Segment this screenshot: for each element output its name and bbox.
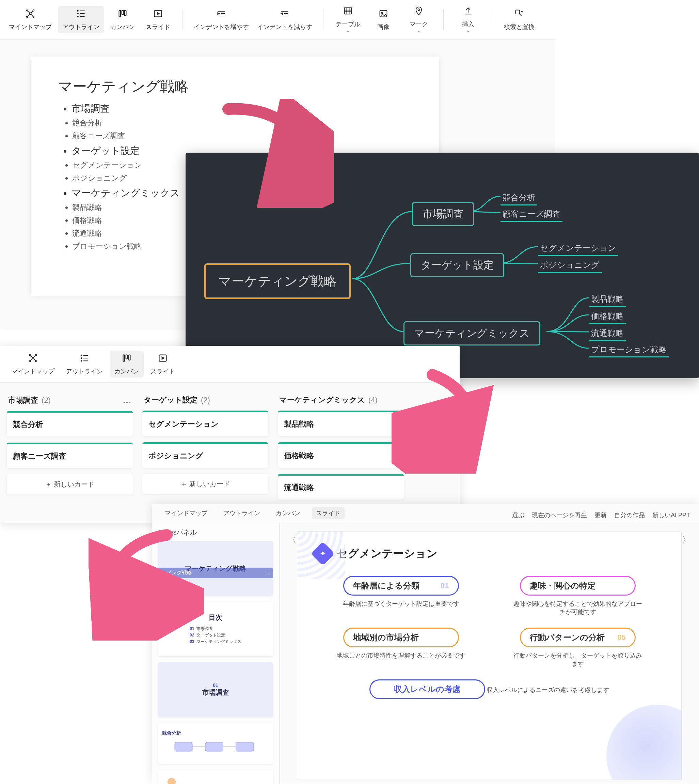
- mindmap-leaf-node[interactable]: セグメンテーション: [538, 241, 618, 256]
- kanban-column-header[interactable]: ターゲット設定 (2): [142, 393, 268, 410]
- kanban-column-header[interactable]: マーケティングミックス (4): [278, 393, 404, 410]
- button-label: インデントを減らす: [257, 23, 312, 31]
- image-button[interactable]: 画像: [366, 6, 401, 33]
- slide-thumbnail[interactable]: [158, 770, 273, 784]
- kanban-column: 市場調査 (2) … 競合分析 顧客ニーズ調査 ＋ 新しいカード: [7, 393, 133, 506]
- mindmap-leaf-node[interactable]: プロモーション戦略: [589, 343, 669, 357]
- topbar-action-play[interactable]: 現在のページを再生: [532, 511, 587, 519]
- mindmap-branch-node[interactable]: ターゲット設定: [410, 253, 504, 277]
- view-tab-outline[interactable]: アウトライン: [58, 6, 104, 33]
- mark-button[interactable]: マーク ▾: [402, 3, 436, 36]
- segment-pill[interactable]: 収入レベルの考慮: [369, 679, 485, 699]
- svg-point-15: [418, 9, 419, 10]
- topbar-action-aippt[interactable]: 新しいAI PPT: [653, 511, 690, 519]
- segment-pill[interactable]: 行動パターンの分析 05: [520, 628, 636, 647]
- kanban-card[interactable]: 価格戦略: [278, 442, 404, 468]
- mindmap-branch-node[interactable]: 市場調査: [412, 202, 474, 226]
- slide-thumbnail[interactable]: マーケティング戦略 ティング戦略 …: [158, 541, 273, 596]
- mindmap-leaf-node[interactable]: 競合分析: [500, 191, 537, 206]
- kanban-card[interactable]: 競合分析: [7, 411, 133, 437]
- insert-icon: [464, 6, 473, 18]
- indent-increase-button[interactable]: インデントを増やす: [190, 6, 252, 33]
- view-tab-kanban[interactable]: カンバン: [272, 507, 305, 519]
- segment-desc: 年齢層に基づくターゲット設定は重要です: [343, 600, 459, 608]
- mindmap-leaf-node[interactable]: ポジショニング: [538, 258, 601, 273]
- segment-desc: 行動パターンを分析し、ターゲットを絞り込みます: [513, 651, 643, 668]
- slides-panel-title: Slidesパネル: [158, 528, 273, 537]
- topbar-action-refresh[interactable]: 更新: [595, 511, 607, 519]
- find-replace-button[interactable]: 検索と置換: [500, 6, 538, 33]
- view-tab-outline[interactable]: アウトライン: [219, 507, 264, 519]
- outline-subitem[interactable]: 競合分析: [72, 118, 412, 128]
- outline-subitem[interactable]: 顧客ニーズ調査: [72, 131, 412, 141]
- kanban-card[interactable]: セグメンテーション: [142, 410, 268, 436]
- slide-thumbnail[interactable]: 目次 01市場調査 02ターゲット設定 03マーケティングミックス: [158, 602, 273, 656]
- svg-point-7: [78, 16, 78, 17]
- segment-item: 趣味・関心の特定 趣味や関心を特定することで効果的なアプローチが可能です: [501, 576, 654, 616]
- button-label: テーブル: [336, 20, 360, 28]
- button-label: インデントを増やす: [194, 23, 249, 31]
- view-tab-slides[interactable]: スライド: [312, 507, 345, 519]
- more-icon[interactable]: …: [123, 395, 131, 405]
- mindmap-root-node[interactable]: マーケティング戦略: [204, 263, 351, 299]
- toolbar-separator: [493, 10, 493, 30]
- slide-canvas[interactable]: ✦ セグメンテーション 年齢層による分類 01 年齢層に基づくターゲット設定は重…: [297, 531, 682, 780]
- mindmap-panel[interactable]: マーケティング戦略 市場調査 ターゲット設定 マーケティングミックス 競合分析 …: [186, 153, 699, 378]
- mindmap-leaf-node[interactable]: 価格戦略: [589, 309, 626, 324]
- outline-item: 市場調査 競合分析 顧客ニーズ調査: [71, 102, 412, 141]
- view-tab-label: アウトライン: [63, 23, 99, 31]
- new-card-button[interactable]: ＋ 新しいカード: [142, 474, 268, 494]
- segment-desc: 趣味や関心を特定することで効果的なアプローチが可能です: [513, 600, 643, 616]
- chevron-down-icon: ▾: [467, 29, 469, 34]
- slide-header: ✦ セグメンテーション: [297, 532, 681, 566]
- mindmap-leaf-node[interactable]: 顧客ニーズ調査: [500, 207, 563, 222]
- topbar-action-mywork[interactable]: 自分の作品: [614, 511, 645, 519]
- svg-rect-29: [175, 742, 192, 751]
- slides-panel: マインドマップ アウトライン カンバン スライド 選ぶ 現在のページを再生 更新…: [152, 504, 699, 784]
- segment-pill[interactable]: 趣味・関心の特定: [520, 576, 636, 596]
- kanban-column-header[interactable]: 市場調査 (2) …: [7, 393, 133, 411]
- toolbar-separator: [443, 10, 444, 30]
- kanban-card[interactable]: 流通戦略: [278, 474, 404, 500]
- slides-topbar: マインドマップ アウトライン カンバン スライド 選ぶ 現在のページを再生 更新…: [152, 504, 699, 523]
- svg-rect-10: [124, 10, 126, 16]
- view-tab-slides[interactable]: スライド: [146, 350, 180, 377]
- document-title: マーケティング戦略: [58, 77, 412, 96]
- kanban-card[interactable]: ポジショニング: [142, 442, 268, 468]
- segment-pill[interactable]: 地域別の市場分析: [343, 628, 459, 647]
- view-tab-mindmap[interactable]: マインドマップ: [7, 350, 59, 377]
- table-icon: [343, 6, 353, 18]
- insert-button[interactable]: 挿入 ▾: [451, 3, 485, 36]
- kanban-icon: [118, 9, 128, 21]
- kanban-card[interactable]: 顧客ニーズ調査: [7, 443, 133, 468]
- view-tab-outline[interactable]: アウトライン: [61, 350, 108, 377]
- mindmap-branch-node[interactable]: マーケティングミックス: [404, 321, 540, 345]
- kanban-column: ターゲット設定 (2) セグメンテーション ポジショニング ＋ 新しいカード: [142, 393, 268, 506]
- view-tab-label: マインドマップ: [12, 367, 55, 375]
- segment-item: 行動パターンの分析 05 行動パターンを分析し、ターゲットを絞り込みます: [501, 628, 654, 668]
- view-tab-mindmap[interactable]: マインドマップ: [4, 6, 56, 33]
- svg-rect-8: [119, 10, 121, 17]
- more-icon[interactable]: …: [265, 570, 270, 576]
- table-button[interactable]: テーブル ▾: [331, 3, 365, 36]
- indent-decrease-button[interactable]: インデントを減らす: [253, 6, 316, 33]
- view-tab-kanban[interactable]: カンバン: [109, 350, 144, 377]
- view-tab-kanban[interactable]: カンバン: [106, 6, 139, 33]
- view-tab-mindmap[interactable]: マインドマップ: [161, 507, 212, 519]
- slide-thumbnail[interactable]: 競合分析: [158, 723, 273, 764]
- svg-point-21: [35, 360, 37, 362]
- mindmap-leaf-node[interactable]: 流通戦略: [589, 326, 626, 341]
- view-tab-slides[interactable]: スライド: [141, 6, 175, 33]
- segment-pill[interactable]: 年齢層による分類 01: [343, 576, 459, 596]
- slides-thumbnail-panel: Slidesパネル マーケティング戦略 ティング戦略 … 目次 01市場調査 0…: [152, 523, 280, 784]
- svg-point-24: [81, 360, 82, 361]
- mindmap-leaf-node[interactable]: 製品戦略: [589, 292, 626, 307]
- chevron-down-icon: ▾: [347, 29, 349, 34]
- column-title: マーケティングミックス: [279, 395, 365, 405]
- outline-toolbar: マインドマップ アウトライン カンバン スライド インデントを増やす: [0, 0, 555, 40]
- slide-thumbnail[interactable]: 01 市場調査: [158, 662, 273, 717]
- column-count: (2): [201, 395, 210, 404]
- topbar-action-choose[interactable]: 選ぶ: [512, 511, 524, 519]
- new-card-button[interactable]: ＋ 新しいカード: [7, 474, 133, 494]
- kanban-card[interactable]: 製品戦略: [278, 410, 404, 436]
